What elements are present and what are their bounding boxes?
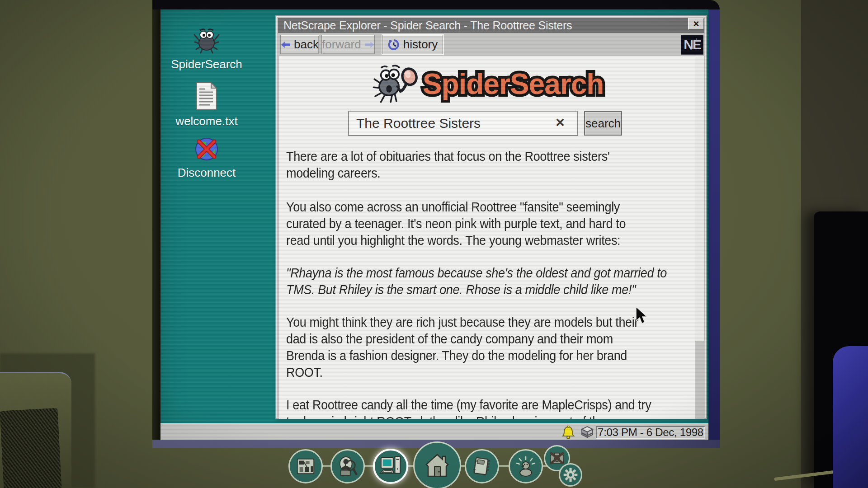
browser-toolbar: back forward history — [278, 33, 704, 56]
dock-settings-button[interactable] — [559, 463, 582, 487]
search-input[interactable] — [348, 111, 578, 136]
speaker — [0, 372, 71, 488]
scrollbar-thumb[interactable] — [695, 56, 704, 341]
desktop-icon-spidersearch[interactable]: SpiderSearch — [168, 28, 245, 71]
thinking-duck-icon — [515, 456, 537, 477]
search-button[interactable]: search — [584, 111, 622, 136]
forward-button[interactable]: forward — [321, 35, 375, 54]
spider-icon — [193, 28, 221, 54]
page-content: SpiderSearch SpiderSearch × search There… — [279, 56, 696, 419]
close-button[interactable]: × — [688, 18, 704, 30]
paragraph-quote: "Rhayna is the most famous because she's… — [286, 264, 677, 298]
printer-icon[interactable] — [579, 426, 595, 439]
spidersearch-logo: SpiderSearch SpiderSearch — [279, 62, 696, 106]
search-button-label: search — [585, 117, 621, 131]
forward-label: forward — [322, 38, 361, 52]
forward-arrow-icon — [365, 41, 374, 49]
monitor-bezel-left — [152, 0, 160, 448]
camera-disabled-icon — [548, 450, 566, 466]
monitor-bezel-top — [152, 0, 720, 9]
close-icon: × — [693, 19, 699, 29]
game-scene: SpiderSearch welcome.txt — [0, 0, 868, 488]
netscrape-logo-text: NE — [684, 37, 701, 52]
history-clock-icon — [388, 39, 400, 51]
scrollbar-track[interactable] — [695, 56, 704, 419]
desktop-icon-disconnect[interactable]: Disconnect — [168, 136, 245, 180]
blue-chair — [833, 346, 868, 488]
paragraph-candy-clipped: I eat Roottree candy all the time (my fa… — [286, 396, 677, 419]
dock-duck-button[interactable] — [509, 449, 543, 483]
clear-search-icon[interactable]: × — [556, 114, 565, 130]
desktop-icon-label: SpiderSearch — [171, 57, 242, 71]
text-file-icon — [195, 82, 218, 111]
spider-mascot-icon — [371, 62, 420, 106]
paragraph-family: You might think they are rich just becau… — [286, 314, 677, 380]
desktop-icon-label: welcome.txt — [175, 114, 237, 128]
notebook-icon — [472, 456, 492, 477]
back-button[interactable]: back — [280, 35, 319, 54]
wordmark-fill: SpiderSearch — [423, 68, 604, 100]
window-title: NetScrape Explorer - Spider Search - The… — [278, 19, 572, 32]
netscrape-logo: NE — [681, 35, 703, 55]
globe-disconnect-icon — [193, 136, 220, 162]
dock-research-button[interactable] — [330, 449, 365, 483]
monitor-screen: SpiderSearch welcome.txt — [160, 9, 708, 440]
dock-evidence-board-button[interactable] — [288, 449, 323, 483]
clock-text: 7:03 PM - 6 Dec, 1998 — [598, 426, 703, 439]
spidersearch-wordmark: SpiderSearch SpiderSearch — [423, 70, 604, 99]
history-button[interactable]: history — [382, 35, 443, 54]
dock-notebook-button[interactable] — [465, 449, 499, 483]
person-magnifier-icon — [337, 456, 358, 477]
evidence-board-icon — [295, 456, 316, 477]
desktop-icon-welcome-txt[interactable]: welcome.txt — [168, 82, 245, 128]
notification-bell-icon[interactable] — [562, 426, 575, 439]
home-icon — [423, 451, 452, 480]
taskbar: 7:03 PM - 6 Dec, 1998 — [160, 423, 708, 440]
browser-window: NetScrape Explorer - Spider Search - The… — [275, 15, 707, 419]
dock-home-button[interactable] — [413, 441, 461, 488]
gear-icon — [563, 467, 578, 483]
dock-computer-button[interactable] — [373, 449, 408, 484]
window-titlebar[interactable]: NetScrape Explorer - Spider Search - The… — [278, 18, 704, 33]
back-arrow-icon — [281, 41, 290, 49]
speaker-grille — [0, 408, 62, 488]
monitor-bezel-right — [708, 0, 720, 448]
paragraph-fansite: You also come across an unofficial Roott… — [286, 198, 677, 249]
desktop-icon-label: Disconnect — [178, 166, 236, 180]
paragraph-obituaries: There are a lot of obituaries that focus… — [286, 148, 677, 181]
back-label: back — [294, 38, 319, 52]
history-label: history — [403, 38, 438, 52]
clock: 7:03 PM - 6 Dec, 1998 — [596, 426, 705, 439]
computer-icon — [379, 456, 402, 477]
